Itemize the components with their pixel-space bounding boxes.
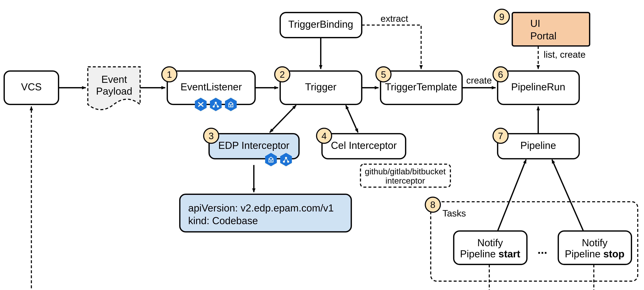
list-create-label: list, create [544, 49, 586, 59]
svg-text:interceptor: interceptor [386, 176, 425, 185]
svg-text:4: 4 [322, 131, 326, 141]
svg-text:8: 8 [430, 200, 436, 210]
node-api-version: apiVersion: v2.edp.epam.com/v1 kind: Cod… [180, 194, 351, 232]
trigger-binding-label: TriggerBinding [288, 19, 353, 30]
node-notify-start: Notify Pipeline start [454, 231, 527, 264]
pipeline-label: Pipeline [520, 140, 556, 151]
node-event-listener: EventListener [167, 71, 255, 111]
node-pipeline-run: PipelineRun [498, 71, 579, 104]
ui-portal-l2: Portal [530, 30, 556, 41]
event-payload-l2: Payload [96, 85, 132, 97]
pipeline-run-label: PipelineRun [511, 81, 565, 92]
svg-text:5: 5 [381, 69, 386, 80]
node-trigger-binding: TriggerBinding [280, 12, 362, 37]
svg-text:7: 7 [498, 131, 503, 141]
event-payload-l1: Event [102, 74, 127, 85]
api-l1: apiVersion: v2.edp.epam.com/v1 [188, 202, 334, 214]
node-ui-portal: UI Portal [512, 12, 590, 46]
node-pipeline: Pipeline [498, 134, 579, 159]
node-cel-interceptor: Cel Interceptor [322, 134, 406, 159]
ellipsis: ... [538, 243, 547, 256]
ui-portal-l1: UI [530, 18, 540, 29]
extract-label: extract [380, 13, 408, 24]
svg-text:3: 3 [208, 131, 214, 141]
svg-text:github/gitlab/bitbucket: github/gitlab/bitbucket [365, 167, 446, 176]
vcs-label: VCS [21, 81, 42, 92]
node-trigger-template: TriggerTemplate [380, 71, 462, 104]
node-edp-interceptor: EDP Interceptor [209, 134, 299, 166]
node-trigger: Trigger [280, 71, 362, 104]
node-event-payload: Event Payload [88, 67, 140, 110]
arrow-trigger-cel [346, 105, 358, 132]
node-notify-stop: Notify Pipeline stop [558, 231, 631, 264]
api-l2: kind: Codebase [188, 215, 258, 226]
arrow-nstop-pipeline [552, 160, 583, 231]
edp-interceptor-label: EDP Interceptor [218, 140, 290, 151]
svg-text:6: 6 [498, 69, 503, 80]
svg-text:Notify: Notify [477, 237, 503, 248]
node-vcs: VCS [4, 71, 58, 104]
svg-text:Notify: Notify [582, 237, 608, 248]
node-other-interceptor: github/gitlab/bitbucket interceptor [360, 164, 450, 187]
tasks-label: Tasks [442, 208, 466, 218]
arrow-trigger-edp [270, 105, 296, 132]
cel-interceptor-label: Cel Interceptor [331, 140, 397, 151]
svg-text:Pipeline start: Pipeline start [460, 249, 520, 260]
event-listener-label: EventListener [180, 81, 242, 92]
trigger-label: Trigger [305, 81, 336, 92]
svg-text:1: 1 [167, 69, 172, 80]
arrow-binding-extract [362, 25, 421, 69]
arrow-nstart-pipeline [498, 160, 526, 231]
svg-text:Pipeline stop: Pipeline stop [565, 249, 624, 260]
svg-text:2: 2 [280, 69, 285, 80]
diagram-canvas: VCS Event Payload EventListener 1 Tr [0, 0, 644, 290]
create-label: create [466, 75, 492, 85]
svg-text:9: 9 [499, 12, 504, 22]
trigger-template-label: TriggerTemplate [385, 81, 457, 92]
